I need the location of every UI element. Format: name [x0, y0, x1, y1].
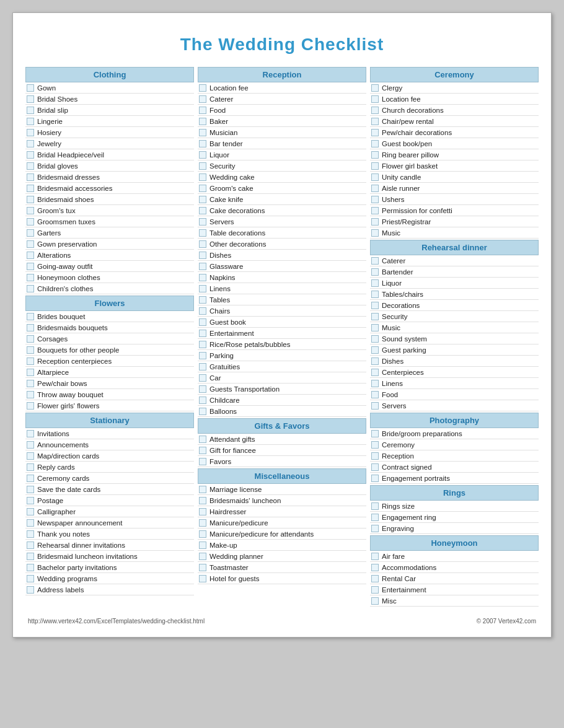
checkbox[interactable] — [371, 475, 379, 482]
checkbox[interactable] — [27, 118, 34, 125]
checkbox[interactable] — [199, 397, 206, 404]
list-item[interactable]: Guest book — [198, 317, 366, 328]
list-item[interactable]: Ring bearer pillow — [370, 149, 539, 160]
list-item[interactable]: Accommodations — [370, 562, 539, 573]
checkbox[interactable] — [199, 307, 206, 315]
checkbox[interactable] — [371, 525, 379, 532]
list-item[interactable]: Wedding programs — [25, 573, 194, 584]
checkbox[interactable] — [199, 458, 206, 465]
checkbox[interactable] — [27, 441, 34, 449]
checkbox[interactable] — [199, 542, 206, 549]
checkbox[interactable] — [199, 118, 206, 125]
list-item[interactable]: Calligrapher — [25, 506, 194, 517]
list-item[interactable]: Ushers — [370, 194, 539, 205]
list-item[interactable]: Make-up — [198, 540, 366, 551]
list-item[interactable]: Music — [370, 227, 539, 239]
checkbox[interactable] — [27, 402, 34, 410]
checkbox[interactable] — [371, 107, 379, 114]
list-item[interactable]: Bridal Headpiece/veil — [25, 149, 194, 160]
checkbox[interactable] — [371, 268, 379, 276]
checkbox[interactable] — [27, 107, 34, 114]
checkbox[interactable] — [27, 324, 34, 331]
checkbox[interactable] — [371, 586, 379, 594]
list-item[interactable]: Servers — [198, 216, 366, 227]
list-item[interactable]: Groom's cake — [198, 183, 366, 194]
list-item[interactable]: Contract signed — [370, 462, 539, 473]
checkbox[interactable] — [27, 530, 34, 538]
checkbox[interactable] — [199, 196, 206, 203]
checkbox[interactable] — [27, 218, 34, 226]
checkbox[interactable] — [199, 341, 206, 348]
checkbox[interactable] — [371, 357, 379, 365]
checkbox[interactable] — [199, 530, 206, 538]
list-item[interactable]: Childcare — [198, 395, 366, 406]
checkbox[interactable] — [27, 508, 34, 515]
list-item[interactable]: Chairs — [198, 305, 366, 317]
checkbox[interactable] — [371, 430, 379, 437]
list-item[interactable]: Centerpieces — [370, 367, 539, 378]
checkbox[interactable] — [199, 575, 206, 582]
list-item[interactable]: Guests Transportation — [198, 384, 366, 395]
checkbox[interactable] — [27, 207, 34, 214]
list-item[interactable]: Address labels — [25, 584, 194, 595]
checkbox[interactable] — [199, 330, 206, 337]
checkbox[interactable] — [27, 313, 34, 320]
list-item[interactable]: Bar tender — [198, 138, 366, 149]
list-item[interactable]: Save the date cards — [25, 484, 194, 495]
checkbox[interactable] — [199, 185, 206, 192]
list-item[interactable]: Servers — [370, 400, 539, 411]
list-item[interactable]: Chair/pew rental — [370, 116, 539, 127]
checkbox[interactable] — [199, 252, 206, 259]
list-item[interactable]: Ceremony — [370, 439, 539, 450]
checkbox[interactable] — [199, 274, 206, 281]
checkbox[interactable] — [371, 162, 379, 170]
checkbox[interactable] — [27, 380, 34, 387]
list-item[interactable]: Entertainment — [198, 328, 366, 339]
checkbox[interactable] — [199, 497, 206, 504]
checkbox[interactable] — [371, 151, 379, 159]
list-item[interactable]: Gown — [25, 82, 194, 94]
checkbox[interactable] — [371, 463, 379, 471]
checkbox[interactable] — [199, 318, 206, 326]
checkbox[interactable] — [371, 391, 379, 398]
list-item[interactable]: Thank you notes — [25, 528, 194, 540]
checkbox[interactable] — [199, 84, 206, 92]
list-item[interactable]: Decorations — [370, 300, 539, 311]
checkbox[interactable] — [27, 129, 34, 136]
checkbox[interactable] — [27, 519, 34, 527]
list-item[interactable]: Groom's tux — [25, 205, 194, 216]
list-item[interactable]: Bridal slip — [25, 105, 194, 116]
checkbox[interactable] — [199, 436, 206, 443]
list-item[interactable]: Reply cards — [25, 462, 194, 473]
checkbox[interactable] — [199, 408, 206, 415]
list-item[interactable]: Hotel for guests — [198, 573, 366, 584]
checkbox[interactable] — [27, 162, 34, 170]
list-item[interactable]: Marriage license — [198, 484, 366, 495]
list-item[interactable]: Baker — [198, 116, 366, 127]
checkbox[interactable] — [199, 129, 206, 136]
list-item[interactable]: Location fee — [198, 82, 366, 94]
list-item[interactable]: Misc — [370, 595, 539, 607]
checkbox[interactable] — [371, 279, 379, 287]
list-item[interactable]: Location fee — [370, 94, 539, 105]
checkbox[interactable] — [199, 162, 206, 170]
list-item[interactable]: Entertainment — [370, 584, 539, 595]
list-item[interactable]: Invitations — [25, 428, 194, 439]
list-item[interactable]: Cake decorations — [198, 205, 366, 216]
list-item[interactable]: Honeymoon clothes — [25, 272, 194, 283]
checkbox[interactable] — [199, 229, 206, 237]
list-item[interactable]: Glassware — [198, 261, 366, 272]
list-item[interactable]: Bride/groom preparations — [370, 428, 539, 439]
checkbox[interactable] — [27, 335, 34, 343]
checkbox[interactable] — [27, 357, 34, 365]
checkbox[interactable] — [371, 129, 379, 136]
list-item[interactable]: Jewelry — [25, 138, 194, 149]
checkbox[interactable] — [27, 285, 34, 292]
checkbox[interactable] — [27, 586, 34, 594]
checkbox[interactable] — [27, 346, 34, 354]
checkbox[interactable] — [27, 369, 34, 376]
list-item[interactable]: Church decorations — [370, 105, 539, 116]
list-item[interactable]: Linens — [370, 378, 539, 389]
checkbox[interactable] — [199, 564, 206, 571]
checkbox[interactable] — [371, 185, 379, 192]
